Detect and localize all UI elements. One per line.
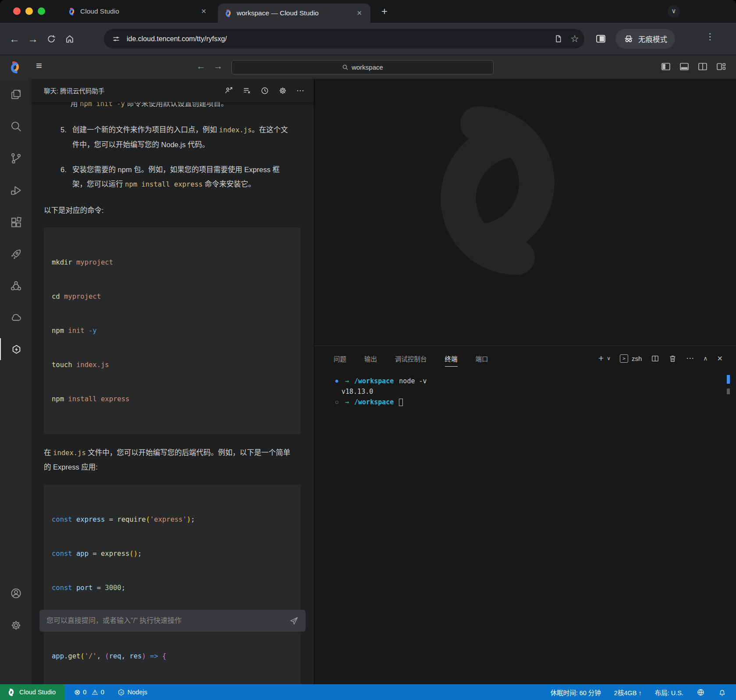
panel-more-icon[interactable]: ⋯ bbox=[686, 354, 694, 363]
tab-debug-console[interactable]: 调试控制台 bbox=[395, 346, 427, 371]
brand-label: Cloud Studio bbox=[19, 689, 56, 696]
command-decoration-pending[interactable]: ○ bbox=[335, 397, 341, 407]
warning-icon: ⚠ bbox=[92, 688, 98, 696]
clear-chat-icon[interactable] bbox=[242, 86, 251, 95]
kill-terminal-trash-icon[interactable] bbox=[668, 354, 677, 363]
search-icon bbox=[342, 64, 348, 71]
run-debug-icon[interactable] bbox=[0, 179, 32, 201]
nav-forward-icon[interactable]: → bbox=[213, 61, 223, 71]
cloud-studio-favicon bbox=[224, 9, 232, 18]
command-center-search[interactable]: workspace bbox=[231, 60, 494, 74]
side-panel-toggle-icon[interactable] bbox=[595, 33, 606, 44]
toggle-sidebar-icon[interactable] bbox=[661, 61, 671, 72]
terminal-profile-dropdown-icon[interactable]: ∨ bbox=[607, 355, 611, 361]
chat-paragraph-clipped: 用 npm init -y 命令来使用默认设置创建项目。 bbox=[71, 102, 301, 111]
terminal-content[interactable]: ● → /workspace node -v v18.13.0 ○ → /wor… bbox=[335, 376, 427, 407]
upgrade-arrow-icon: ↑ bbox=[638, 689, 641, 696]
machine-spec-status-item[interactable]: 2核4GB ↑ bbox=[614, 688, 642, 697]
tab-terminal[interactable]: 终端 bbox=[445, 346, 458, 371]
problems-status-item[interactable]: ⊗ 0 ⚠ 0 bbox=[74, 688, 104, 697]
chat-more-icon[interactable]: ⋯ bbox=[296, 86, 304, 95]
nav-back-icon[interactable]: ← bbox=[196, 61, 206, 71]
search-sidebar-icon[interactable] bbox=[0, 115, 32, 137]
ide-title-bar: ≡ ← → workspace bbox=[0, 55, 736, 79]
js-code-block: const express = require('express'); cons… bbox=[44, 484, 301, 684]
chat-panel-title: 聊天: 腾讯云代码助手 bbox=[44, 86, 105, 95]
search-value: workspace bbox=[352, 64, 383, 71]
url-text[interactable]: ide.cloud.tencent.com/tty/ryfsxg/ bbox=[127, 35, 227, 43]
runtime-label: Nodejs bbox=[128, 689, 147, 696]
notifications-bell-icon[interactable] bbox=[718, 688, 726, 696]
browser-menu-icon[interactable]: ⋯ bbox=[705, 32, 715, 42]
new-terminal-icon[interactable]: + bbox=[598, 353, 604, 364]
home-button[interactable] bbox=[60, 34, 79, 44]
chat-list-item-6: 6. 安装您需要的 npm 包。例如，如果您的项目需要使用 Express 框架… bbox=[60, 163, 301, 192]
cloud-studio-logo[interactable] bbox=[8, 61, 21, 74]
cloud-studio-favicon bbox=[68, 7, 76, 16]
chat-settings-gear-icon[interactable] bbox=[278, 86, 287, 95]
tab-close-icon[interactable]: ✕ bbox=[354, 8, 364, 18]
tab-close-icon[interactable]: ✕ bbox=[199, 7, 209, 16]
chat-list-item-5: 5. 创建一个新的文件来作为项目的入口点，例如 index.js。在这个文件中，… bbox=[60, 123, 301, 152]
save-page-icon[interactable] bbox=[554, 35, 562, 43]
history-icon[interactable] bbox=[260, 86, 269, 95]
runtime-status-item[interactable]: JS Nodejs bbox=[117, 689, 147, 696]
maximize-panel-icon[interactable]: ∧ bbox=[703, 355, 708, 362]
chat-input-container bbox=[39, 610, 306, 632]
customize-layout-icon[interactable] bbox=[716, 61, 726, 72]
rocket-deploy-icon[interactable] bbox=[0, 243, 32, 265]
close-panel-icon[interactable]: ✕ bbox=[717, 354, 723, 363]
chat-input[interactable] bbox=[39, 617, 289, 625]
incognito-badge: 无痕模式 bbox=[615, 29, 675, 49]
prompt-arrow: → bbox=[345, 376, 349, 386]
terminal-icon: > bbox=[620, 354, 628, 363]
traffic-close-button[interactable] bbox=[13, 7, 21, 15]
tab-ports[interactable]: 端口 bbox=[476, 346, 488, 371]
main-menu-icon[interactable]: ≡ bbox=[36, 60, 42, 72]
new-chat-icon[interactable] bbox=[224, 86, 233, 95]
split-terminal-icon[interactable] bbox=[651, 354, 659, 363]
extensions-icon[interactable] bbox=[0, 211, 32, 233]
feedback-globe-icon[interactable] bbox=[697, 688, 705, 696]
tab-search-button[interactable]: ∨ bbox=[668, 5, 680, 18]
cloud-studio-status-logo bbox=[7, 688, 15, 696]
sleep-time-status-item[interactable]: 休眠时间: 60 分钟 bbox=[551, 688, 601, 697]
browser-tab-strip: Cloud Studio ✕ workspace — Cloud Studio … bbox=[0, 0, 736, 23]
site-settings-icon[interactable] bbox=[112, 35, 121, 43]
address-bar[interactable]: ide.cloud.tencent.com/tty/ryfsxg/ ☆ bbox=[104, 29, 584, 49]
settings-gear-icon[interactable] bbox=[0, 614, 32, 636]
cloud-icon[interactable] bbox=[0, 306, 32, 328]
terminal-shell-item[interactable]: > zsh bbox=[620, 354, 642, 363]
split-editor-icon[interactable] bbox=[697, 61, 708, 72]
keyboard-layout-status-item[interactable]: 布局: U.S. bbox=[655, 688, 683, 697]
source-control-icon[interactable] bbox=[0, 147, 32, 169]
collaboration-icon[interactable] bbox=[0, 275, 32, 297]
ai-assistant-icon[interactable] bbox=[0, 338, 32, 360]
shell-label: zsh bbox=[632, 355, 642, 362]
tab-output[interactable]: 输出 bbox=[364, 346, 377, 371]
bottom-panel: 问题 输出 调试控制台 终端 端口 + ∨ > zsh bbox=[314, 346, 736, 684]
reload-button[interactable] bbox=[42, 34, 60, 44]
chat-paragraph-commands-intro: 以下是对应的命令: bbox=[44, 203, 301, 218]
send-icon[interactable] bbox=[289, 616, 299, 626]
tab-title: Cloud Studio bbox=[80, 7, 194, 15]
account-icon[interactable] bbox=[0, 582, 32, 604]
tab-problems[interactable]: 问题 bbox=[334, 346, 346, 371]
traffic-minimize-button[interactable] bbox=[25, 7, 33, 15]
browser-tab-cloud-studio[interactable]: Cloud Studio ✕ bbox=[61, 0, 215, 23]
new-tab-button[interactable]: + bbox=[381, 6, 388, 17]
bookmark-star-icon[interactable]: ☆ bbox=[570, 33, 579, 45]
back-button[interactable]: ← bbox=[5, 33, 24, 45]
forward-button[interactable]: → bbox=[24, 33, 42, 45]
status-brand-item[interactable]: Cloud Studio bbox=[0, 684, 64, 700]
toggle-panel-icon[interactable] bbox=[679, 61, 690, 72]
terminal-command: node -v bbox=[399, 376, 427, 386]
traffic-zoom-button[interactable] bbox=[38, 7, 45, 15]
command-decoration-success[interactable]: ● bbox=[335, 376, 341, 386]
explorer-icon[interactable] bbox=[0, 83, 32, 105]
incognito-label: 无痕模式 bbox=[638, 34, 667, 44]
prompt-arrow: → bbox=[345, 397, 349, 407]
incognito-icon bbox=[623, 34, 634, 44]
status-bar: Cloud Studio ⊗ 0 ⚠ 0 JS Nodejs 休眠时间: 60 … bbox=[0, 684, 736, 700]
browser-tab-workspace[interactable]: workspace — Cloud Studio ✕ bbox=[218, 4, 370, 23]
